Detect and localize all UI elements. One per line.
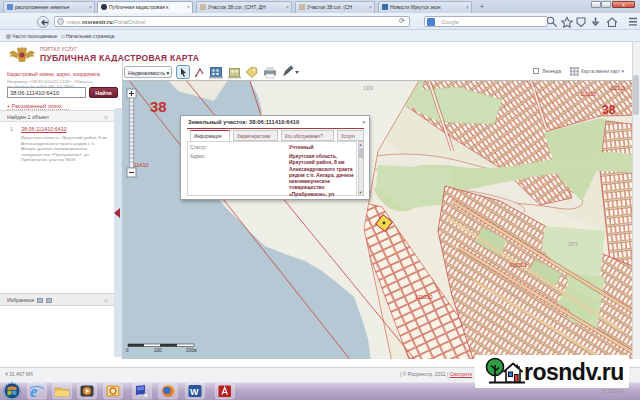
svg-text:200м: 200м bbox=[186, 348, 197, 353]
svg-text:e: e bbox=[30, 383, 37, 400]
svg-text:1309: 1309 bbox=[363, 86, 374, 91]
svg-text:38: 38 bbox=[602, 103, 616, 117]
svg-text:100: 100 bbox=[154, 348, 162, 353]
svg-text:111213: 111213 bbox=[580, 91, 596, 97]
svg-text:38: 38 bbox=[150, 98, 167, 115]
svg-text:100301: 100301 bbox=[510, 262, 527, 268]
svg-text:W: W bbox=[190, 387, 199, 397]
svg-text:111211: 111211 bbox=[610, 85, 626, 91]
svg-text:111010: 111010 bbox=[415, 294, 433, 300]
svg-text:3371: 3371 bbox=[568, 242, 579, 247]
